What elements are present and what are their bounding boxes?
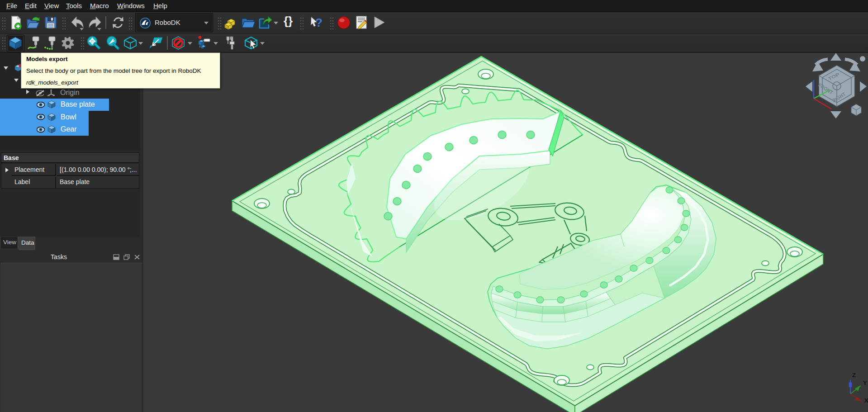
svg-text:Y: Y [863, 379, 867, 386]
svg-text:Z: Z [852, 372, 856, 379]
svg-text:?: ? [315, 16, 323, 29]
svg-text:X: X [864, 397, 868, 404]
